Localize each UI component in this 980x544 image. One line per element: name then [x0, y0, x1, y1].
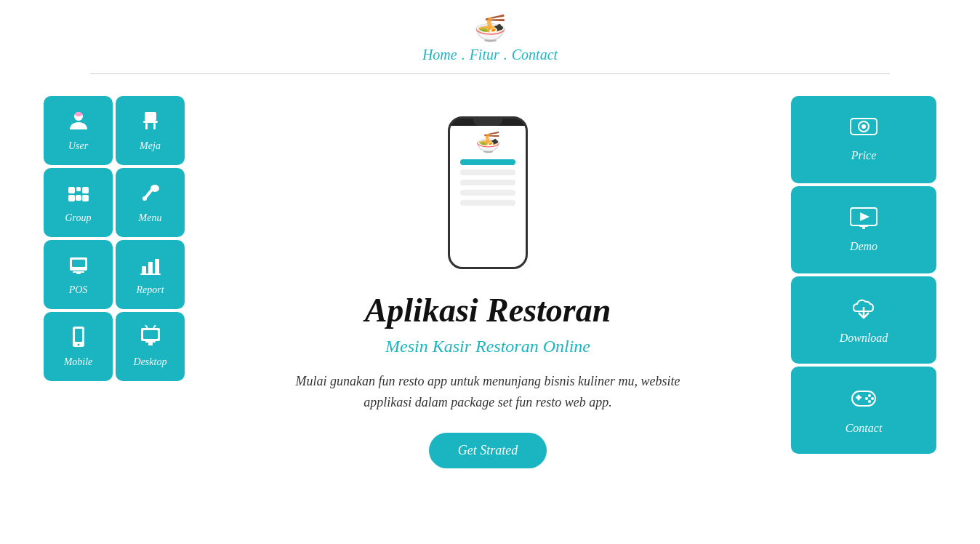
- svg-line-27: [145, 325, 148, 328]
- main-content: User Meja: [0, 74, 980, 511]
- svg-line-28: [153, 325, 156, 328]
- svg-rect-29: [145, 341, 156, 343]
- nav-fitur[interactable]: Fitur: [470, 47, 499, 63]
- logo-icon: 🍜: [474, 13, 507, 44]
- svg-marker-35: [860, 212, 869, 221]
- demo-icon: [849, 207, 878, 234]
- sidebar-btn-report[interactable]: Report: [116, 240, 185, 309]
- svg-rect-19: [148, 262, 153, 273]
- sidebar-btn-meja[interactable]: Meja: [116, 96, 185, 165]
- svg-point-13: [142, 196, 147, 201]
- right-btn-contact[interactable]: Contact: [791, 367, 936, 454]
- svg-rect-36: [859, 225, 868, 227]
- svg-rect-17: [76, 273, 81, 274]
- phone-screen-bar-4: [460, 200, 516, 206]
- phone-body: 🍜: [448, 116, 528, 269]
- svg-rect-8: [82, 187, 89, 193]
- svg-rect-30: [148, 343, 153, 345]
- user-label: User: [68, 140, 88, 152]
- contact-icon: [849, 385, 878, 416]
- phone-screen-bar-1: [460, 169, 516, 175]
- sidebar-btn-menu[interactable]: Menu: [116, 168, 185, 237]
- app-description: Mulai gunakan fun resto app untuk menunj…: [277, 371, 699, 413]
- header-divider: [90, 73, 890, 74]
- user-icon: [67, 109, 90, 136]
- svg-rect-9: [68, 195, 75, 201]
- sidebar-btn-group[interactable]: Group: [44, 168, 113, 237]
- svg-point-24: [77, 344, 79, 346]
- svg-rect-41: [858, 395, 860, 401]
- get-started-button[interactable]: Get Strated: [429, 433, 547, 468]
- phone-notch: [473, 119, 502, 126]
- group-icon: [67, 181, 90, 208]
- demo-label: Demo: [850, 240, 877, 253]
- svg-rect-26: [143, 330, 158, 339]
- svg-rect-7: [76, 187, 81, 191]
- mobile-icon: [67, 325, 90, 352]
- meja-icon: [139, 109, 162, 136]
- phone-mockup: 🍜: [441, 116, 535, 276]
- svg-rect-18: [142, 266, 146, 273]
- app-subtitle: Mesin Kasir Restoran Online: [385, 337, 590, 356]
- menu-label: Menu: [139, 212, 162, 224]
- nav-dot1: .: [462, 47, 465, 63]
- right-btn-download[interactable]: Download: [791, 276, 936, 364]
- pos-label: POS: [69, 284, 88, 296]
- contact-label: Contact: [846, 422, 883, 435]
- nav-contact[interactable]: Contact: [512, 47, 558, 63]
- svg-rect-3: [143, 121, 158, 123]
- nav-links: Home . Fitur . Contact: [422, 47, 558, 63]
- svg-point-43: [871, 397, 874, 400]
- right-sidebar: Price Demo: [791, 96, 936, 489]
- nav-dot2: .: [504, 47, 507, 63]
- sidebar-btn-mobile[interactable]: Mobile: [44, 312, 113, 381]
- left-sidebar: User Meja: [44, 96, 185, 489]
- svg-point-45: [865, 397, 868, 400]
- pos-icon: [67, 253, 90, 280]
- svg-rect-2: [145, 112, 156, 121]
- svg-rect-21: [140, 273, 161, 275]
- sidebar-btn-user[interactable]: User: [44, 96, 113, 165]
- svg-rect-5: [153, 123, 156, 129]
- sidebar-btn-desktop[interactable]: Desktop: [116, 312, 185, 381]
- svg-point-44: [868, 400, 871, 403]
- nav-home[interactable]: Home: [422, 47, 457, 63]
- download-label: Download: [840, 332, 888, 345]
- desktop-icon: [139, 325, 162, 352]
- mobile-label: Mobile: [64, 356, 93, 368]
- report-icon: [139, 253, 162, 280]
- svg-rect-6: [68, 187, 75, 193]
- svg-rect-37: [862, 227, 865, 229]
- svg-rect-20: [155, 259, 159, 273]
- menu-icon: [139, 181, 162, 208]
- center-content: 🍜 Aplikasi Restoran Mesin Kasir Restoran…: [185, 96, 791, 489]
- svg-rect-16: [73, 271, 84, 273]
- app-title: Aplikasi Restoran: [365, 291, 611, 329]
- phone-screen-bar-teal: [460, 159, 516, 165]
- report-label: Report: [136, 284, 164, 296]
- sidebar-btn-pos[interactable]: POS: [44, 240, 113, 309]
- svg-point-1: [75, 112, 82, 116]
- svg-point-33: [861, 124, 866, 129]
- phone-screen-bar-2: [460, 180, 516, 185]
- phone-screen-logo: 🍜: [475, 130, 501, 154]
- phone-screen-bar-3: [460, 190, 516, 196]
- header: 🍜 Home . Fitur . Contact: [0, 0, 980, 74]
- right-btn-price[interactable]: Price: [791, 96, 936, 183]
- phone-screen: 🍜: [450, 126, 526, 267]
- svg-rect-11: [76, 195, 81, 201]
- price-label: Price: [851, 149, 877, 162]
- svg-point-42: [868, 394, 871, 397]
- desktop-label: Desktop: [134, 356, 167, 368]
- svg-rect-4: [145, 123, 148, 129]
- svg-rect-23: [75, 329, 82, 342]
- group-label: Group: [65, 212, 91, 224]
- price-icon: [849, 117, 878, 143]
- right-btn-demo[interactable]: Demo: [791, 186, 936, 273]
- svg-rect-10: [82, 195, 89, 201]
- svg-rect-15: [72, 260, 85, 267]
- download-icon: [849, 295, 878, 326]
- meja-label: Meja: [140, 140, 161, 152]
